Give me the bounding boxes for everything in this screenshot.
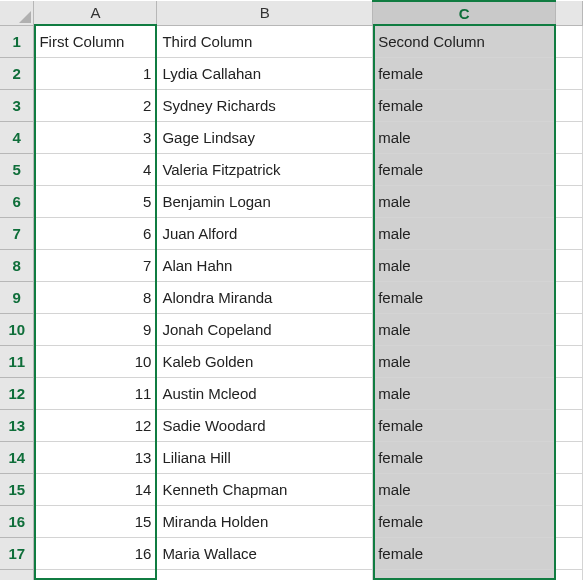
cell[interactable] <box>556 313 583 345</box>
cell[interactable]: Austin Mcleod <box>157 377 373 409</box>
cell[interactable]: Sadie Woodard <box>157 409 373 441</box>
select-all-icon <box>19 11 31 23</box>
cell-D1[interactable] <box>556 25 583 57</box>
cell[interactable]: 7 <box>34 249 157 281</box>
row-header[interactable]: 13 <box>0 409 34 441</box>
cell[interactable]: 2 <box>34 89 157 121</box>
cell[interactable] <box>556 441 583 473</box>
cell[interactable]: Sydney Richards <box>157 89 373 121</box>
cell[interactable]: Kenneth Chapman <box>157 473 373 505</box>
cell[interactable]: male <box>373 377 556 409</box>
cell[interactable]: 9 <box>34 313 157 345</box>
col-header-C[interactable]: C <box>373 1 556 25</box>
cell[interactable]: Miranda Holden <box>157 505 373 537</box>
cell[interactable] <box>556 57 583 89</box>
cell[interactable]: 5 <box>34 185 157 217</box>
row-header[interactable]: 3 <box>0 89 34 121</box>
cell[interactable] <box>556 473 583 505</box>
cell[interactable]: male <box>373 249 556 281</box>
cell[interactable]: 10 <box>34 345 157 377</box>
cell[interactable]: female <box>373 505 556 537</box>
cell[interactable]: male <box>373 473 556 505</box>
row-header[interactable]: 17 <box>0 537 34 569</box>
cell[interactable]: Valeria Fitzpatrick <box>157 153 373 185</box>
cell[interactable]: female <box>373 281 556 313</box>
cell[interactable]: female <box>373 441 556 473</box>
row-header[interactable]: 10 <box>0 313 34 345</box>
cell[interactable] <box>556 409 583 441</box>
cell[interactable] <box>556 89 583 121</box>
cell[interactable]: male <box>373 345 556 377</box>
cell[interactable]: 15 <box>34 505 157 537</box>
cell[interactable] <box>556 153 583 185</box>
cell[interactable] <box>556 505 583 537</box>
row-header[interactable]: 8 <box>0 249 34 281</box>
cell-B1[interactable]: Third Column <box>157 25 373 57</box>
cell[interactable]: Gage Lindsay <box>157 121 373 153</box>
row-header[interactable]: 5 <box>0 153 34 185</box>
cell[interactable]: 14 <box>34 473 157 505</box>
cell[interactable]: Liliana Hill <box>157 441 373 473</box>
row-header[interactable]: 9 <box>0 281 34 313</box>
cell[interactable] <box>556 249 583 281</box>
cell[interactable]: Alan Hahn <box>157 249 373 281</box>
cell[interactable]: female <box>373 153 556 185</box>
cell[interactable]: Lydia Callahan <box>157 57 373 89</box>
row-header[interactable]: 4 <box>0 121 34 153</box>
cell[interactable] <box>556 569 583 580</box>
cell[interactable]: male <box>373 121 556 153</box>
row-header[interactable]: 18 <box>0 569 34 580</box>
col-header-D[interactable] <box>556 1 583 25</box>
cell[interactable]: Benjamin Logan <box>157 185 373 217</box>
cell[interactable]: male <box>373 313 556 345</box>
cell[interactable]: female <box>373 409 556 441</box>
select-all-corner[interactable] <box>0 1 34 25</box>
cell[interactable]: Alondra Miranda <box>157 281 373 313</box>
cell[interactable]: 6 <box>34 217 157 249</box>
cell-C1[interactable]: Second Column <box>373 25 556 57</box>
cell[interactable]: Kaleb Golden <box>157 345 373 377</box>
cell[interactable]: male <box>373 185 556 217</box>
row-header[interactable]: 15 <box>0 473 34 505</box>
cell[interactable] <box>556 377 583 409</box>
row-header[interactable]: 7 <box>0 217 34 249</box>
cell[interactable] <box>34 569 157 580</box>
col-header-A[interactable]: A <box>34 1 157 25</box>
cell[interactable]: female <box>373 537 556 569</box>
col-header-B[interactable]: B <box>157 1 373 25</box>
cell[interactable]: Juan Alford <box>157 217 373 249</box>
cell[interactable]: 3 <box>34 121 157 153</box>
cell[interactable]: Maria Wallace <box>157 537 373 569</box>
cell[interactable] <box>556 345 583 377</box>
cell[interactable] <box>556 537 583 569</box>
cell-A1[interactable]: First Column <box>34 25 157 57</box>
row-header[interactable]: 12 <box>0 377 34 409</box>
row-header[interactable]: 2 <box>0 57 34 89</box>
cell[interactable]: Jonah Copeland <box>157 313 373 345</box>
cell[interactable]: 8 <box>34 281 157 313</box>
cell[interactable]: 12 <box>34 409 157 441</box>
cell[interactable]: female <box>373 57 556 89</box>
row-header[interactable]: 16 <box>0 505 34 537</box>
cell[interactable] <box>373 569 556 580</box>
cell[interactable] <box>556 185 583 217</box>
row-header[interactable]: 11 <box>0 345 34 377</box>
spreadsheet-grid[interactable]: A B C 1 First Column Third Column Second… <box>0 0 583 580</box>
cell[interactable]: 4 <box>34 153 157 185</box>
cell[interactable] <box>556 217 583 249</box>
row-header[interactable]: 6 <box>0 185 34 217</box>
cell[interactable]: 16 <box>34 537 157 569</box>
cell[interactable] <box>157 569 373 580</box>
row-header[interactable]: 1 <box>0 25 34 57</box>
cell[interactable]: male <box>373 217 556 249</box>
svg-marker-0 <box>19 11 31 23</box>
cell[interactable] <box>556 121 583 153</box>
cell[interactable]: 13 <box>34 441 157 473</box>
cell[interactable]: 1 <box>34 57 157 89</box>
row-header[interactable]: 14 <box>0 441 34 473</box>
cell[interactable] <box>556 281 583 313</box>
cell[interactable]: 11 <box>34 377 157 409</box>
cell[interactable]: female <box>373 89 556 121</box>
